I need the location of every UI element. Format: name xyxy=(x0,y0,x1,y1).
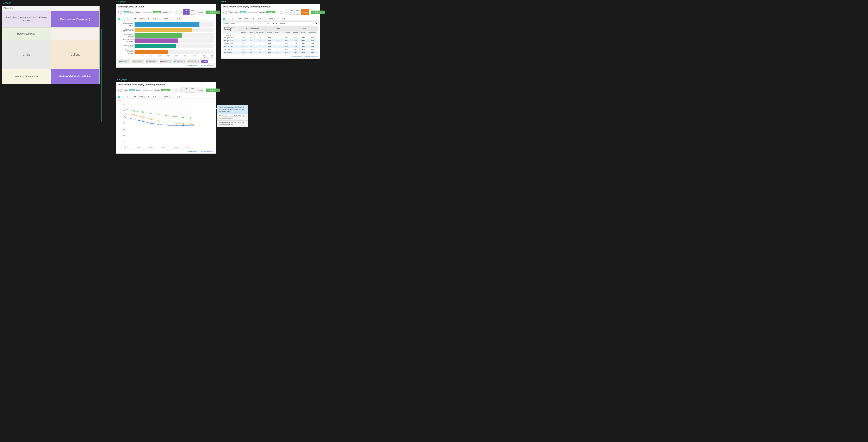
table-row: Jun Qtr 2016 123 123 123 123 123 125 123… xyxy=(223,39,318,42)
table-custom-btn[interactable]: Custom xyxy=(301,9,309,15)
table-advanced-filter[interactable]: Advanced filter xyxy=(290,56,303,58)
tag-2[interactable]: Cancer of... × xyxy=(131,60,144,63)
bar-container-1[interactable] xyxy=(134,22,214,27)
t-all-aus-check[interactable]: All Australia xyxy=(223,18,234,20)
lg-last5-btn[interactable]: Last 5 years xyxy=(190,87,196,93)
index-dropdown[interactable]: INDEX NUMBER xyxy=(223,22,270,25)
add-filter-btn[interactable]: + Add xyxy=(201,60,208,63)
table-bar-btn[interactable]: Bar xyxy=(229,11,234,13)
nsw-check[interactable]: NSW xyxy=(137,18,144,20)
custom-btn[interactable]: Custom xyxy=(196,9,205,15)
bar-container-2[interactable] xyxy=(134,28,214,32)
t-tas-check[interactable]: TAS xyxy=(268,18,273,20)
bar-visual-explorer[interactable]: Visual Explorer xyxy=(201,64,214,67)
t-act-check[interactable]: ACT xyxy=(235,18,241,20)
lg-tas-check[interactable]: TAS xyxy=(163,96,168,98)
bar-label-4: Respiratory andintrathoracic xyxy=(118,39,134,42)
lg-line-btn[interactable]: Line xyxy=(129,89,135,91)
lg-all-aus-check[interactable]: All Australia xyxy=(118,96,129,98)
svg-point-27 xyxy=(142,116,144,118)
qld-check[interactable]: QLD xyxy=(150,18,156,20)
region-compare-label: Region compare xyxy=(17,32,35,35)
sa-check[interactable]: SA xyxy=(157,18,162,20)
tag-5[interactable]: Organic m... × xyxy=(173,60,186,63)
lg-nsw-check[interactable]: NSW xyxy=(137,96,144,98)
line-download-btn[interactable]: Download... xyxy=(206,89,220,92)
table-annually-btn[interactable]: Annually xyxy=(257,11,267,13)
bar-container-4[interactable] xyxy=(134,38,214,43)
bar-advanced-filter[interactable]: Advanced filter xyxy=(186,64,199,67)
tag-3[interactable]: Cerebrova... × xyxy=(145,60,158,63)
last5-btn[interactable]: Last 5 years xyxy=(190,9,196,15)
lg-custom-btn[interactable]: Custom xyxy=(196,87,205,93)
lg-annually-btn[interactable]: Annually xyxy=(153,89,161,91)
sections-label: Sections xyxy=(2,2,100,4)
table-table-btn[interactable]: Table xyxy=(240,11,246,13)
wa-check[interactable]: WA xyxy=(176,18,181,20)
path-vde-cell[interactable]: Path to VDE or Data Picker xyxy=(51,69,100,84)
table-download-btn[interactable]: Download... xyxy=(311,10,325,14)
bar-chart-area: Ischaemic heartdisease Cancer of thedige… xyxy=(116,21,216,59)
bar-btn[interactable]: Bar xyxy=(124,11,129,13)
last10-btn[interactable]: Last 10 years xyxy=(183,9,190,15)
nt-check[interactable]: NT xyxy=(144,18,149,20)
view-as-label: View as xyxy=(120,10,124,14)
svg-point-18 xyxy=(142,112,144,113)
svg-text:3.5: 3.5 xyxy=(123,104,125,105)
tag-1[interactable]: Ischaemi... × xyxy=(118,60,131,63)
t-nsw-check[interactable]: NSW xyxy=(242,18,248,20)
vic-header: VIC xyxy=(291,26,318,31)
lg-sa-check[interactable]: SA xyxy=(157,96,162,98)
line-btn[interactable]: Line xyxy=(129,11,135,13)
main-action-cell[interactable]: Main action (Download) xyxy=(51,11,100,27)
lg-act-check[interactable]: ACT xyxy=(130,96,136,98)
bar-container-3[interactable] xyxy=(134,33,214,38)
line-advanced-filter[interactable]: Advanced filter xyxy=(186,151,199,153)
bar-download-btn[interactable]: Download... xyxy=(206,10,220,14)
bar-container-5[interactable] xyxy=(134,44,214,49)
view-as-icon: ▣ xyxy=(118,11,120,13)
svg-point-40 xyxy=(175,125,177,126)
t-wa-check[interactable]: WA xyxy=(281,18,286,20)
t-sa-check[interactable]: SA xyxy=(262,18,267,20)
line-chart-svg[interactable]: 3.5 3.0 2.5 2.0 1.5 1.0 0.5 0 xyxy=(118,102,196,148)
act-check[interactable]: ACT xyxy=(130,18,136,20)
tas-check[interactable]: TAS xyxy=(163,18,168,20)
svg-point-39 xyxy=(167,125,168,126)
all-btn[interactable]: All xyxy=(179,9,183,15)
vic-check[interactable]: VIC xyxy=(169,18,175,20)
table-btn[interactable]: Table xyxy=(135,11,141,13)
t-qld-check[interactable]: QLD xyxy=(255,18,261,20)
region-dropdown[interactable]: ALL AUSTRALIA xyxy=(271,22,318,25)
lg-nt-check[interactable]: NT xyxy=(144,96,149,98)
lg-bar-btn[interactable]: Bar xyxy=(124,89,129,91)
annually-btn[interactable]: Annually xyxy=(153,11,161,13)
t-vic-check[interactable]: VIC xyxy=(274,18,279,20)
lg-qld-check[interactable]: QLD xyxy=(150,96,156,98)
lg-all-btn[interactable]: All xyxy=(179,87,183,93)
lg-table-btn[interactable]: Table xyxy=(135,89,141,91)
all-col3: All sectors xyxy=(307,31,318,34)
table-all-btn[interactable]: All xyxy=(284,9,288,15)
table-line-btn[interactable]: Line xyxy=(234,11,240,13)
table-last10-btn[interactable]: Last 10 years xyxy=(288,9,295,15)
lg-quarterly-btn[interactable]: Quarterly xyxy=(161,89,170,91)
table-last5-btn[interactable]: Last 5 years xyxy=(295,9,301,15)
line-view-btn-group: Bar Line Table xyxy=(124,89,141,91)
tag-6[interactable]: Chronic lo... × xyxy=(187,60,200,63)
table-time-btn-group: All Last 10 years Last 5 years Custom xyxy=(284,9,309,15)
x-axis-row: 050010001500200025003000350040004500 xyxy=(118,55,214,57)
quarterly-btn[interactable]: Quarterly xyxy=(161,11,170,13)
tag-4[interactable]: Respirato... × xyxy=(159,60,172,63)
table-visual-explorer[interactable]: Visual Explorer xyxy=(305,56,318,58)
line-visual-explorer[interactable]: Visual Explorer xyxy=(201,151,214,153)
t-nt-check[interactable]: NT xyxy=(249,18,254,20)
lg-last10-btn[interactable]: Last 10 years xyxy=(183,87,190,93)
table-quarterly-btn[interactable]: Quarterly xyxy=(266,11,276,13)
bar-container-6[interactable] xyxy=(134,50,214,54)
all-aus-check[interactable]: All Australia xyxy=(118,18,129,20)
table-freq-group: ◎ Frequency Annually Quarterly xyxy=(247,11,276,13)
lg-vic-check[interactable]: VIC xyxy=(169,96,175,98)
lg-wa-check[interactable]: WA xyxy=(176,96,181,98)
svg-text:1.5: 1.5 xyxy=(123,128,125,130)
